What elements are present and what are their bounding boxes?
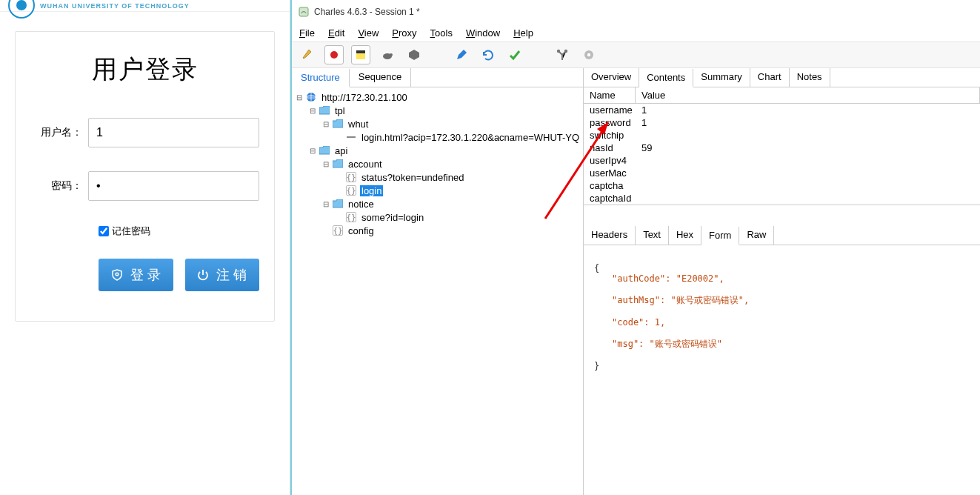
tree-login[interactable]: {} login (292, 184, 583, 197)
tab-structure[interactable]: Structure (292, 69, 350, 87)
tab-hex[interactable]: Hex (669, 226, 701, 245)
menu-file[interactable]: File (299, 27, 315, 39)
menu-proxy[interactable]: Proxy (392, 27, 416, 39)
password-input[interactable] (88, 171, 259, 201)
file-icon (345, 132, 357, 142)
tool-bar (292, 41, 980, 68)
tab-contents[interactable]: Contents (639, 69, 693, 87)
request-params-grid: Name Value username1 password1 switchip … (584, 87, 980, 205)
throttle-icon[interactable] (351, 45, 370, 64)
tab-headers[interactable]: Headers (584, 226, 636, 245)
charles-window: Charles 4.6.3 - Session 1 * File Edit Vi… (290, 0, 980, 495)
gear-icon[interactable] (579, 45, 599, 64)
tree-host[interactable]: ⊟ http://172.30.21.100 (292, 90, 583, 104)
collapse-icon[interactable]: ⊟ (321, 160, 330, 168)
tab-summary[interactable]: Summary (693, 68, 750, 87)
svg-point-11 (564, 50, 567, 53)
record-icon[interactable] (324, 45, 344, 64)
collapse-icon[interactable]: ⊟ (295, 93, 304, 102)
power-icon (197, 269, 209, 281)
tree-api[interactable]: ⊟ api (292, 144, 583, 157)
kv-row[interactable]: password1 (584, 116, 980, 129)
svg-rect-6 (356, 50, 365, 53)
check-icon[interactable] (505, 45, 524, 64)
folder-icon (332, 119, 344, 129)
details-panel: Overview Contents Summary Chart Notes Na… (584, 68, 980, 495)
tab-text[interactable]: Text (636, 226, 669, 245)
tree-some[interactable]: {} some?id=login (292, 210, 583, 224)
svg-point-13 (587, 53, 590, 56)
kv-row[interactable]: captcha (584, 179, 980, 192)
refresh-icon[interactable] (479, 45, 498, 64)
remember-row: 记住密码 (99, 225, 259, 238)
response-tabs: Headers Text Hex Form Raw (584, 226, 980, 245)
remember-label: 记住密码 (112, 225, 150, 238)
hexagon-icon[interactable] (404, 45, 424, 64)
svg-marker-9 (409, 50, 419, 60)
collapse-icon[interactable]: ⊟ (321, 200, 330, 208)
menu-bar: File Edit View Proxy Tools Window Help (292, 24, 980, 41)
kv-row[interactable]: userMac (584, 167, 980, 179)
svg-point-8 (390, 53, 393, 56)
folder-icon (319, 145, 330, 156)
tree-tpl[interactable]: ⊟ tpl (292, 104, 583, 117)
menu-edit[interactable]: Edit (328, 27, 344, 39)
collapse-icon[interactable]: ⊟ (308, 107, 317, 115)
menu-help[interactable]: Help (513, 27, 533, 39)
title-text: Charles 4.6.3 - Session 1 * (314, 7, 420, 17)
brand-bar: WUHAN UNIVERSITY OF TECHNOLOGY (0, 0, 290, 12)
kv-row[interactable]: userIpv4 (584, 154, 980, 167)
json-icon: {} (345, 212, 357, 222)
university-logo-icon (7, 1, 36, 10)
charles-app-icon (298, 6, 310, 18)
username-label: 用户名： (30, 126, 88, 139)
tree-account[interactable]: ⊟ account (292, 157, 583, 170)
collapse-icon[interactable]: ⊟ (308, 147, 317, 155)
response-body[interactable]: { "authCode": "E20002", "authMsg": "账号或密… (584, 245, 980, 389)
tree-status[interactable]: {} status?token=undefined (292, 170, 583, 184)
svg-point-10 (557, 50, 560, 53)
password-label: 密码： (30, 179, 88, 193)
tab-form[interactable]: Form (701, 227, 739, 245)
folder-icon (319, 105, 330, 116)
pen-icon[interactable] (452, 45, 471, 64)
tab-raw[interactable]: Raw (739, 226, 774, 245)
tools-icon[interactable] (553, 45, 572, 64)
login-title: 用户登录 (30, 53, 259, 87)
brand-text: WUHAN UNIVERSITY OF TECHNOLOGY (40, 2, 190, 10)
menu-view[interactable]: View (358, 27, 379, 39)
shield-icon (111, 269, 123, 281)
kv-header: Name Value (584, 87, 980, 104)
menu-window[interactable]: Window (466, 27, 500, 39)
tree-config[interactable]: {} config (292, 224, 583, 237)
title-bar: Charles 4.6.3 - Session 1 * (292, 0, 980, 24)
tree-login-html[interactable]: login.html?acip=172.30.1.220&acname=WHUT… (292, 130, 583, 144)
collapse-icon[interactable]: ⊟ (321, 120, 330, 128)
kv-row[interactable]: nasId59 (584, 142, 980, 154)
login-page: WUHAN UNIVERSITY OF TECHNOLOGY 用户登录 用户名：… (0, 0, 290, 495)
tab-overview[interactable]: Overview (584, 68, 639, 87)
menu-tools[interactable]: Tools (430, 27, 453, 39)
login-button[interactable]: 登 录 (99, 259, 173, 291)
broom-icon[interactable] (298, 45, 317, 64)
kv-row[interactable]: switchip (584, 129, 980, 142)
tab-chart[interactable]: Chart (750, 68, 790, 87)
work-area: Structure Sequence ⊟ http://172.30.21.10… (292, 68, 980, 495)
username-input[interactable] (88, 118, 259, 147)
tab-sequence[interactable]: Sequence (350, 68, 412, 87)
kv-row[interactable]: username1 (584, 104, 980, 116)
globe-icon (305, 92, 317, 102)
remember-checkbox[interactable] (99, 226, 109, 236)
svg-point-4 (330, 51, 338, 59)
tree-notice[interactable]: ⊟ notice (292, 197, 583, 210)
password-row: 密码： (30, 171, 259, 201)
json-icon: {} (332, 225, 344, 236)
turtle-icon[interactable] (378, 45, 397, 64)
folder-icon (332, 159, 344, 169)
kv-row[interactable]: captchaId (584, 192, 980, 205)
logout-button[interactable]: 注 销 (185, 259, 260, 291)
request-tree[interactable]: ⊟ http://172.30.21.100 ⊟ tpl ⊟ whut logi… (292, 87, 583, 495)
tab-notes[interactable]: Notes (790, 68, 830, 87)
structure-tabs: Structure Sequence (292, 68, 583, 87)
tree-whut[interactable]: ⊟ whut (292, 117, 583, 130)
